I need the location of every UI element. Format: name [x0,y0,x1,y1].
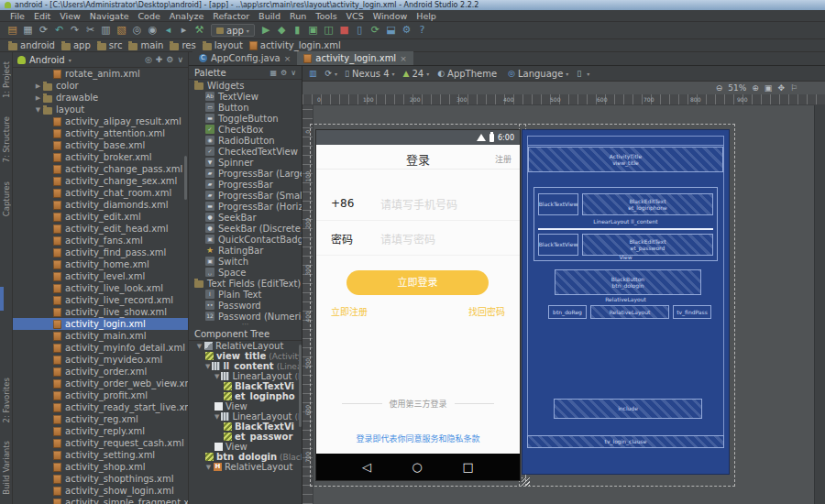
project-tree-item[interactable]: activity_order_web_view.xml [13,378,188,389]
project-tree-item[interactable]: activity_chat_room.xml [13,187,188,199]
editor-tab[interactable]: activity_login.xml × [297,51,412,65]
project-tree-item[interactable]: activity_ready_start_live.xml [13,401,188,413]
password-row[interactable]: 密码 请填写密码 [331,229,505,247]
breadcrumb-item[interactable]: android [6,40,57,50]
resize-grip[interactable] [522,477,530,486]
sync-icon[interactable]: ⟳ [36,22,51,38]
expand-arrow-icon[interactable]: ▶ [35,94,41,102]
zoom-in-icon[interactable]: ⊕ [752,83,759,93]
project-tree-item[interactable]: rotate_anim.xml [13,68,188,80]
menu-item[interactable]: Help [412,11,441,21]
palette-item[interactable]: ✓ CheckedTextView [189,146,302,157]
palette-item[interactable]: ▬ ProgressBar (Horizont [189,201,302,212]
blueprint-view-title[interactable]: ActivityTitleview_title [528,147,723,172]
project-tree-item[interactable]: activity_live_show.xml [13,306,188,318]
project-tree-scrollbar[interactable] [184,156,187,200]
project-tree-item[interactable]: activity_myvideo.xml [13,354,188,366]
tool-window-tab[interactable]: Build Variants [2,441,11,495]
palette-item[interactable]: 12 Password (Numeric) [189,311,302,322]
blueprint-tv-findpass[interactable]: tv_findPass [673,305,711,319]
login-button[interactable]: 立即登录 [346,270,489,295]
zoom-out-icon[interactable]: ⊖ [716,83,723,93]
design-toolbar-selector[interactable]: ▲ 24 ▾ [403,69,430,79]
tool-window-tab[interactable]: 1: Project [2,61,11,98]
palette-item[interactable]: ● SeekBar (Discrete) [189,223,302,234]
replace-icon[interactable]: ◉ [145,22,160,38]
menu-item[interactable]: Navigate [85,11,134,21]
design-toolbar-button[interactable]: ▥ [309,69,320,78]
expand-arrow-icon[interactable]: ▶ [35,82,41,90]
blueprint-include[interactable]: include [554,399,702,419]
gear-icon[interactable]: ⚙ [166,55,173,64]
locate-icon[interactable]: ✚ [156,55,163,64]
scope-settings-icon[interactable]: ◎ [145,55,152,64]
expand-arrow-icon[interactable]: ▼ [196,343,203,350]
sdk-manager-icon[interactable]: ⬓ [383,22,399,38]
palette-item[interactable]: ␣ Space [189,267,302,278]
home-nav-icon[interactable]: ○ [412,460,422,474]
forward-icon[interactable]: ▸ [176,22,192,38]
find-password-link[interactable]: 找回密码 [468,304,505,318]
menu-item[interactable]: VCS [342,11,368,21]
component-tree-item[interactable]: et_loginpho [189,391,302,401]
project-tree-item[interactable]: activity_change_sex.xml [13,175,188,187]
avd-manager-icon[interactable]: ▯ [352,22,368,38]
component-tree-item[interactable]: ▼ RelativeLayout [189,341,302,351]
run-icon[interactable]: ▶ [258,22,274,38]
collapse-all-icon[interactable]: ∨ [177,55,183,64]
project-tree-item[interactable]: activity_edit_head.xml [13,223,188,235]
open-folder-icon[interactable]: ▤ [5,22,20,38]
build-icon[interactable]: ⚒ [192,22,207,38]
profile-icon[interactable]: ▮ [290,22,305,38]
design-canvas[interactable]: 0100200300400500600700 6:00 登录 注 [302,105,825,504]
project-tree-item[interactable]: ▼ layout [13,104,188,115]
terms-clause-link[interactable]: 登录即代表你同意服务和隐私条款 [316,433,520,444]
palette-item[interactable]: •• Password [189,300,302,311]
copy-icon[interactable]: ▥ [98,22,114,38]
back-nav-icon[interactable]: ◁ [362,460,371,474]
project-tree-item[interactable]: activity_profit.xml [13,389,188,401]
menu-item[interactable]: Build [254,11,285,21]
component-tree-item[interactable]: ▼ H RelativeLayout [189,462,302,472]
blueprint-view[interactable]: ActivityTitleview_title BlackTextView Bl… [522,130,729,474]
project-tree-item[interactable]: activity_shopthings.xml [13,473,188,485]
component-tree-scrollbar[interactable] [299,345,302,427]
recents-nav-icon[interactable]: □ [463,460,474,474]
back-icon[interactable]: ◂ [160,22,176,38]
close-icon[interactable]: × [400,54,407,63]
project-tree-item[interactable]: activity_reg.xml [13,413,188,425]
project-tree-item[interactable]: activity_show_login.xml [13,485,188,497]
project-tree-item[interactable]: activity_simple_fragment.xml [13,497,188,504]
debug-icon[interactable]: ◆ [274,22,290,38]
project-tree-item[interactable]: activity_live_record.xml [13,294,188,306]
palette-item[interactable]: ● SeekBar [189,212,302,223]
project-tree-item[interactable]: activity_broker.xml [13,151,188,163]
expand-arrow-icon[interactable]: ▼ [214,373,219,380]
breadcrumb-item[interactable]: main [126,40,165,50]
palette-item[interactable]: Ab TextView [189,91,302,102]
project-tree-item[interactable]: activity_level.xml [13,270,188,282]
save-icon[interactable]: ▦ [20,22,36,38]
menu-item[interactable]: Analyze [165,11,208,21]
palette-item[interactable]: ◉ RadioButton [189,135,302,146]
menu-item[interactable]: File [6,11,29,21]
project-tree-item[interactable]: activity_diamonds.xml [13,199,188,211]
chevron-down-icon[interactable]: ▾ [69,57,72,63]
phone-number-row[interactable]: +86 请填写手机号码 [331,194,505,213]
component-tree-item[interactable]: View [189,442,302,452]
notification-bell-icon[interactable]: ⚐ [790,83,798,93]
design-toolbar-selector[interactable]: ◎ Language ▾ [508,69,568,79]
project-structure-icon[interactable]: ⚙ [399,22,414,38]
menu-item[interactable]: Window [368,11,412,21]
coverage-icon[interactable]: ◫ [321,22,336,38]
attach-debugger-icon[interactable]: ▣ [305,22,321,38]
palette-item[interactable]: ▬ ToggleButton [189,113,302,124]
component-tree-item[interactable]: BlackTextVi [189,381,302,391]
password-input-placeholder[interactable]: 请填写密码 [380,231,435,247]
menu-item[interactable]: Run [285,11,311,21]
redo-icon[interactable]: ↷ [67,22,82,38]
find-icon[interactable]: ◎ [129,22,145,38]
expand-arrow-icon[interactable]: ▼ [214,413,219,421]
project-tree-item[interactable]: activity_fans.xml [13,235,188,247]
blueprint-btn-doreg[interactable]: btn_doReg [548,305,587,319]
